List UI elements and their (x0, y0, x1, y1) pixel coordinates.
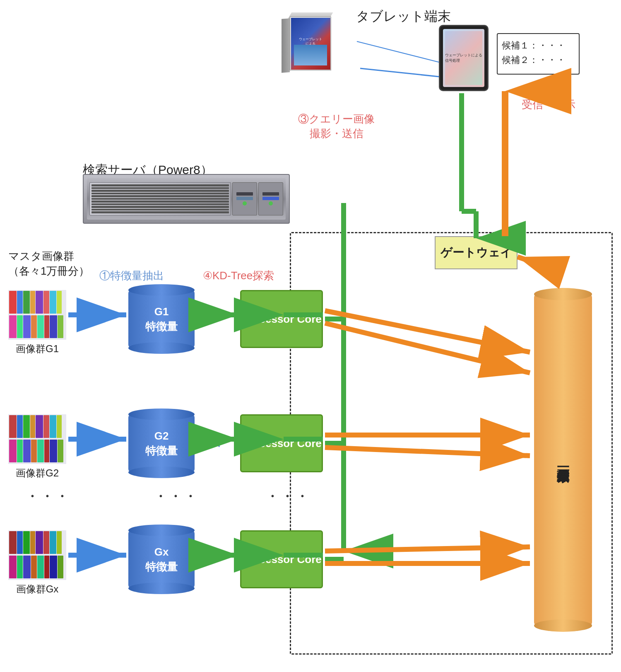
proc-g1: Processor Core (240, 290, 323, 348)
cylinder-top (534, 288, 592, 300)
g2-thumbnail (8, 414, 66, 464)
tablet-screen: ウェーブレットによる信号処理 (443, 29, 484, 87)
db-g1-top (128, 284, 195, 296)
g1-label: 画像群G1 (16, 342, 59, 355)
step3-label: ③クエリー画像 撮影・送信 (298, 112, 375, 141)
gx-label: 画像群Gx (16, 583, 59, 596)
db-g2: G2特徴量 (128, 414, 195, 472)
tablet-label: タブレット端末 (356, 7, 451, 26)
cylinder-bottom (534, 619, 592, 632)
proc-gx-label: Processor Core (241, 551, 322, 568)
step1-label: ①特徴量抽出 (99, 268, 164, 283)
step4-label: ④KD-Tree探索 (203, 268, 274, 283)
db-g2-label: G2特徴量 (145, 428, 178, 459)
result-bubble: 候補１：・・・ 候補２：・・・ (497, 33, 580, 75)
db-gx-body: Gx特徴量 (128, 530, 195, 588)
db-g2-bottom (128, 467, 195, 478)
image-group-g2: 画像群G2 (8, 414, 66, 480)
g2-label: 画像群G2 (16, 467, 59, 480)
main-diagram: タブレット端末 ウェーブレットによる信号処理 候補１：・・・ 候補２：・・・ ウ… (0, 0, 621, 672)
step5-label: ⑤結果 受信・表示 (522, 83, 575, 112)
db-gx-bottom (128, 583, 195, 594)
image-group-gx: 画像群Gx (8, 530, 66, 596)
gateway-box: ゲートウェイ (435, 236, 518, 269)
db-g2-top (128, 409, 195, 420)
dots-db: ・・・ (153, 489, 198, 504)
result-line2: 候補２：・・・ (502, 53, 575, 67)
gx-thumbnail (8, 530, 66, 580)
db-gx-label: Gx特徴量 (145, 544, 178, 575)
result-line1: 候補１：・・・ (502, 38, 575, 53)
dots-image-group: ・・・ (25, 489, 70, 504)
svg-line-34 (360, 68, 439, 77)
result-cylinder: 一致画像探索結果 (530, 282, 596, 638)
proc-g1-label: Processor Core (241, 311, 322, 327)
master-label: マスタ画像群 （各々1万冊分） (8, 249, 89, 279)
gateway-label: ゲートウェイ (440, 245, 512, 261)
db-g2-body: G2特徴量 (128, 414, 195, 472)
query-book-image: ウェーブレットによる信号処理 (282, 17, 344, 75)
g1-thumbnail (8, 290, 66, 340)
db-g1-label: G1特徴量 (145, 304, 178, 334)
tablet-device: ウェーブレットによる信号処理 (439, 25, 489, 91)
db-gx: Gx特徴量 (128, 530, 195, 588)
db-g1-bottom (128, 342, 195, 354)
cylinder-body: 一致画像探索結果 (534, 294, 592, 626)
db-g1-body: G1特徴量 (128, 290, 195, 348)
proc-g2: Processor Core (240, 414, 323, 472)
proc-g2-label: Processor Core (241, 435, 322, 452)
server-hardware (83, 174, 290, 224)
db-gx-top (128, 525, 195, 536)
proc-gx: Processor Core (240, 530, 323, 588)
svg-line-35 (357, 41, 439, 62)
dots-proc: ・・・ (265, 489, 310, 504)
image-group-g1: 画像群G1 (8, 290, 66, 355)
db-g1: G1特徴量 (128, 290, 195, 348)
